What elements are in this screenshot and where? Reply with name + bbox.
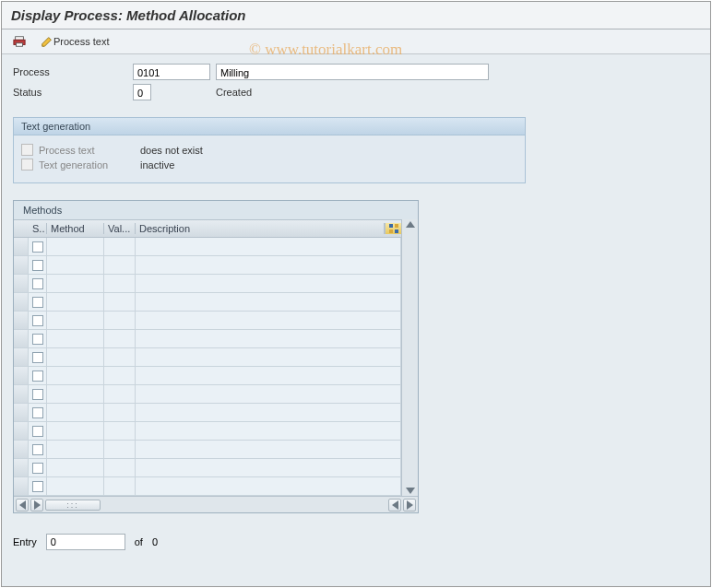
method-cell[interactable] — [47, 293, 104, 312]
val-cell[interactable] — [104, 404, 136, 422]
desc-cell[interactable] — [136, 477, 401, 496]
vertical-scrollbar[interactable] — [401, 219, 418, 496]
row-checkbox[interactable] — [32, 370, 43, 382]
row-checkbox-cell[interactable] — [29, 293, 47, 312]
process-text-button[interactable]: Process text — [35, 32, 115, 51]
process-code-field[interactable]: 0101 — [133, 64, 210, 80]
row-checkbox[interactable] — [32, 463, 43, 474]
table-row[interactable] — [14, 385, 401, 404]
column-drag-handle[interactable]: ::: — [45, 500, 101, 511]
method-cell[interactable] — [47, 441, 104, 459]
desc-cell[interactable] — [136, 441, 401, 459]
row-selector[interactable] — [14, 238, 29, 256]
val-cell[interactable] — [104, 312, 136, 330]
val-cell[interactable] — [104, 459, 136, 477]
row-checkbox[interactable] — [32, 407, 43, 418]
row-selector[interactable] — [14, 404, 29, 422]
method-cell[interactable] — [47, 238, 104, 256]
table-row[interactable] — [14, 238, 401, 256]
row-checkbox-cell[interactable] — [29, 348, 47, 367]
row-checkbox[interactable] — [32, 481, 43, 492]
desc-cell[interactable] — [136, 348, 401, 367]
val-cell[interactable] — [104, 422, 136, 441]
val-cell[interactable] — [104, 367, 136, 385]
column-method[interactable]: Method — [47, 223, 104, 234]
method-cell[interactable] — [47, 385, 104, 404]
row-checkbox[interactable] — [32, 389, 43, 400]
row-checkbox-cell[interactable] — [29, 441, 47, 459]
scroll-up-icon[interactable] — [406, 221, 415, 228]
method-cell[interactable] — [47, 312, 104, 330]
scroll-left-button-2[interactable] — [388, 499, 401, 512]
row-checkbox[interactable] — [32, 315, 43, 326]
process-name-field[interactable]: Milling — [216, 64, 489, 80]
desc-cell[interactable] — [136, 256, 401, 275]
method-cell[interactable] — [47, 477, 104, 496]
row-checkbox-cell[interactable] — [29, 477, 47, 496]
row-selector[interactable] — [14, 348, 29, 367]
row-selector[interactable] — [14, 459, 29, 477]
table-row[interactable] — [14, 330, 401, 348]
row-checkbox[interactable] — [32, 444, 43, 455]
row-selector[interactable] — [14, 422, 29, 441]
row-selector[interactable] — [14, 441, 29, 459]
method-cell[interactable] — [47, 275, 104, 293]
column-s[interactable]: S.. — [29, 223, 47, 234]
desc-cell[interactable] — [136, 385, 401, 404]
row-checkbox-cell[interactable] — [29, 367, 47, 385]
val-cell[interactable] — [104, 275, 136, 293]
desc-cell[interactable] — [136, 367, 401, 385]
row-selector[interactable] — [14, 367, 29, 385]
val-cell[interactable] — [104, 238, 136, 256]
table-row[interactable] — [14, 367, 401, 385]
val-cell[interactable] — [104, 441, 136, 459]
table-row[interactable] — [14, 459, 401, 477]
row-selector[interactable] — [14, 330, 29, 348]
horizontal-scrollbar[interactable]: ::: — [14, 496, 418, 512]
method-cell[interactable] — [47, 422, 104, 441]
column-description[interactable]: Description — [136, 223, 385, 234]
row-selector[interactable] — [14, 275, 29, 293]
desc-cell[interactable] — [136, 422, 401, 441]
desc-cell[interactable] — [136, 312, 401, 330]
table-row[interactable] — [14, 422, 401, 441]
scroll-right-button-2[interactable] — [403, 499, 416, 512]
scroll-down-icon[interactable] — [406, 488, 415, 494]
row-checkbox-cell[interactable] — [29, 238, 47, 256]
table-row[interactable] — [14, 441, 401, 459]
method-cell[interactable] — [47, 459, 104, 477]
scroll-left-button[interactable] — [16, 499, 29, 512]
method-cell[interactable] — [47, 256, 104, 275]
row-checkbox-cell[interactable] — [29, 385, 47, 404]
row-selector[interactable] — [14, 293, 29, 312]
row-checkbox-cell[interactable] — [29, 256, 47, 275]
row-checkbox[interactable] — [32, 426, 43, 437]
row-checkbox-cell[interactable] — [29, 459, 47, 477]
row-checkbox[interactable] — [32, 241, 43, 253]
method-cell[interactable] — [47, 330, 104, 348]
row-checkbox-cell[interactable] — [29, 422, 47, 441]
row-checkbox[interactable] — [32, 297, 43, 308]
column-val[interactable]: Val... — [104, 223, 136, 234]
status-code-field[interactable]: 0 — [133, 84, 151, 100]
table-row[interactable] — [14, 348, 401, 367]
row-checkbox-cell[interactable] — [29, 312, 47, 330]
row-selector[interactable] — [14, 312, 29, 330]
val-cell[interactable] — [104, 256, 136, 275]
val-cell[interactable] — [104, 385, 136, 404]
method-cell[interactable] — [47, 367, 104, 385]
row-checkbox-cell[interactable] — [29, 330, 47, 348]
desc-cell[interactable] — [136, 459, 401, 477]
row-checkbox[interactable] — [32, 260, 43, 271]
desc-cell[interactable] — [136, 404, 401, 422]
scroll-right-button[interactable] — [30, 499, 43, 512]
val-cell[interactable] — [104, 330, 136, 348]
method-cell[interactable] — [47, 348, 104, 367]
row-selector[interactable] — [14, 256, 29, 275]
table-row[interactable] — [14, 312, 401, 330]
table-row[interactable] — [14, 404, 401, 422]
row-checkbox[interactable] — [32, 334, 43, 345]
table-row[interactable] — [14, 477, 401, 496]
row-selector[interactable] — [14, 477, 29, 496]
entry-field[interactable]: 0 — [46, 534, 125, 550]
